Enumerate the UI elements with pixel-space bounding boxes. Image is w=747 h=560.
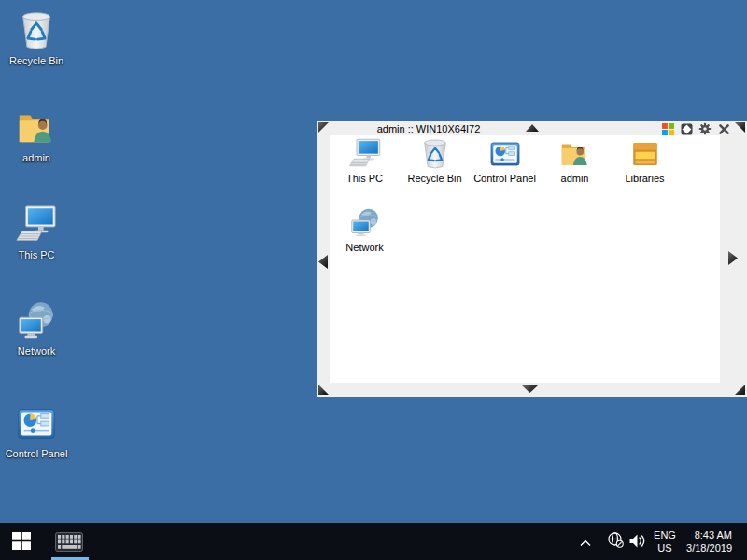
windows-logo-icon — [662, 123, 674, 135]
resize-corner-bottom-right-icon[interactable] — [735, 385, 745, 395]
remote-icon-label: Libraries — [625, 173, 664, 184]
control-panel-icon — [15, 402, 58, 445]
desktop: Recycle Bin admin This PC Network Contro… — [0, 0, 747, 560]
control-panel-icon — [488, 137, 522, 171]
viewer-title: admin :: WIN10X64I72 — [335, 123, 522, 134]
speaker-icon — [628, 533, 646, 549]
remote-desktop-view[interactable]: This PC Recycle Bin Control Panel admin … — [330, 135, 720, 383]
clock-date: 3/18/2019 — [686, 541, 732, 554]
start-button[interactable] — [12, 532, 31, 550]
remote-icon-admin[interactable]: admin — [540, 137, 610, 184]
touch-keyboard-button[interactable] — [55, 532, 83, 552]
language-indicator[interactable]: ENG US — [652, 528, 678, 554]
chevron-up-icon — [579, 539, 592, 547]
remote-icon-label: admin — [561, 173, 589, 184]
fullscreen-button[interactable] — [680, 122, 693, 135]
desktop-icon-network[interactable]: Network — [0, 300, 73, 357]
scroll-right-arrow-icon[interactable] — [728, 251, 738, 265]
user-folder-icon — [558, 137, 592, 171]
network-icon — [15, 300, 58, 343]
ctrl-alt-del-button[interactable] — [661, 122, 674, 135]
desktop-icon-label: admin — [22, 152, 50, 163]
desktop-icon-label: Recycle Bin — [9, 55, 63, 66]
this-pc-icon — [15, 203, 58, 246]
clock[interactable]: 8:43 AM 3/18/2019 — [686, 528, 732, 554]
recycle-bin-icon — [418, 137, 452, 171]
taskbar: ENG US 8:43 AM 3/18/2019 — [0, 523, 747, 560]
desktop-icon-label: Network — [18, 345, 55, 357]
remote-icon-libraries[interactable]: Libraries — [610, 137, 680, 184]
desktop-icon-control-panel[interactable]: Control Panel — [0, 402, 73, 459]
this-pc-icon — [348, 137, 382, 171]
remote-viewer-window: admin :: WIN10X64I72 — [317, 121, 747, 397]
clock-time: 8:43 AM — [686, 528, 732, 541]
remote-icon-label: Control Panel — [473, 173, 536, 184]
remote-icon-label: Recycle Bin — [407, 173, 461, 184]
remote-icon-control-panel[interactable]: Control Panel — [470, 137, 540, 184]
keyboard-icon — [55, 532, 83, 552]
language-line1: ENG — [652, 528, 678, 541]
remote-icon-network[interactable]: Network — [330, 206, 400, 253]
gear-icon — [698, 122, 712, 135]
settings-button[interactable] — [698, 122, 712, 135]
volume-button[interactable] — [628, 533, 646, 553]
language-line2: US — [652, 541, 678, 554]
resize-corner-bottom-left-icon[interactable] — [318, 385, 329, 395]
desktop-icon-label: Control Panel — [6, 448, 68, 459]
close-icon — [718, 123, 730, 135]
windows-start-icon — [12, 532, 31, 550]
libraries-icon — [628, 137, 662, 171]
viewer-controls — [661, 122, 730, 135]
desktop-icon-label: This PC — [18, 249, 54, 260]
globe-no-network-icon — [607, 531, 624, 548]
tray-expand-button[interactable] — [579, 534, 592, 551]
close-button[interactable] — [717, 122, 730, 135]
scroll-down-arrow-icon[interactable] — [522, 385, 538, 393]
remote-icon-label: Network — [345, 242, 383, 253]
network-status-button[interactable] — [607, 531, 624, 552]
remote-icon-recycle-bin[interactable]: Recycle Bin — [400, 137, 470, 184]
remote-icon-label: This PC — [346, 173, 383, 184]
desktop-icon-admin[interactable]: admin — [0, 106, 73, 163]
remote-icon-this-pc[interactable]: This PC — [330, 137, 400, 184]
scroll-left-arrow-icon[interactable] — [318, 255, 328, 269]
desktop-icon-recycle-bin[interactable]: Recycle Bin — [0, 9, 73, 66]
fullscreen-icon — [681, 123, 693, 135]
desktop-icon-this-pc[interactable]: This PC — [0, 203, 73, 260]
network-icon — [348, 206, 382, 240]
user-folder-icon — [15, 106, 58, 149]
recycle-bin-icon — [15, 9, 58, 52]
